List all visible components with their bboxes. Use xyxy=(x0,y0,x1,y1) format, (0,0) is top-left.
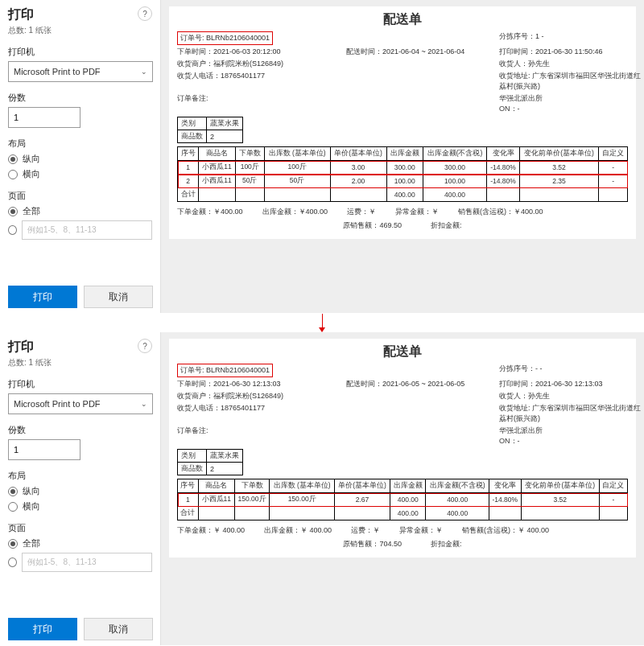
col-header: 出库金额(不含税) xyxy=(423,147,486,161)
preview-area: 配送单 订单号: BLRNb2106040001 分拣序号：- - 下单时间：2… xyxy=(161,332,644,645)
arrow-annotation xyxy=(0,314,644,332)
col-header: 变化率 xyxy=(487,147,520,161)
help-icon[interactable]: ? xyxy=(138,339,152,353)
cancel-button[interactable]: 取消 xyxy=(84,618,153,640)
delivery-table: 序号商品名下单数出库数 (基本单位)单价(基本单位)出库金额出库金额(不含税)变… xyxy=(177,479,628,521)
copies-label: 份数 xyxy=(8,424,152,436)
document-sheet: 配送单 订单号: BLRNb2106040001 分拣序号：- - 下单时间：2… xyxy=(169,339,636,558)
sidebar: 打印 总数: 1 纸张 ? 打印机 Microsoft Print to PDF… xyxy=(0,332,161,645)
col-header: 出库金额 xyxy=(386,147,423,161)
printer-select[interactable]: Microsoft Print to PDF ⌄ xyxy=(8,393,153,414)
copies-input[interactable] xyxy=(8,439,80,460)
radio-icon xyxy=(8,207,18,216)
col-header: 出库数 (基本单位) xyxy=(264,147,330,161)
col-header: 出库数 (基本单位) xyxy=(270,479,335,493)
radio-icon xyxy=(8,539,18,549)
order-no-highlight: 订单号: BLRNb2106040001 xyxy=(177,31,273,45)
radio-icon xyxy=(8,502,18,512)
layout-label: 布局 xyxy=(8,138,152,150)
table-row: 2小西瓜1150斤50斤2.00100.00100.00-14.80%2.35- xyxy=(178,175,628,188)
col-header: 序号 xyxy=(178,479,199,493)
pages-custom[interactable]: 例如1-5、8、11-13 xyxy=(8,553,152,572)
doc-title: 配送单 xyxy=(177,11,628,28)
layout-portrait[interactable]: 纵向 xyxy=(8,485,152,497)
layout-portrait[interactable]: 纵向 xyxy=(8,153,152,165)
print-dialog-1: 打印 总数: 1 纸张 ? 打印机 Microsoft Print to PDF… xyxy=(0,0,644,314)
col-header: 出库金额 xyxy=(390,479,426,493)
pages-label: 页面 xyxy=(8,522,152,534)
copies-input[interactable] xyxy=(8,107,80,128)
radio-icon xyxy=(8,225,17,235)
radio-icon xyxy=(8,154,18,164)
layout-landscape[interactable]: 横向 xyxy=(8,168,152,180)
pages-range-input[interactable]: 例如1-5、8、11-13 xyxy=(22,220,152,240)
print-dialog-2: 打印 总数: 1 纸张 ? 打印机 Microsoft Print to PDF… xyxy=(0,332,644,646)
chevron-down-icon: ⌄ xyxy=(141,68,147,76)
col-header: 出库金额(不含税) xyxy=(426,479,489,493)
printer-select[interactable]: Microsoft Print to PDF ⌄ xyxy=(8,61,153,82)
pages-custom[interactable]: 例如1-5、8、11-13 xyxy=(8,220,152,240)
layout-label: 布局 xyxy=(8,470,152,482)
pages-all[interactable]: 全部 xyxy=(8,537,152,549)
help-icon[interactable]: ? xyxy=(138,6,152,21)
pages-range-input[interactable]: 例如1-5、8、11-13 xyxy=(22,553,152,572)
doc-title: 配送单 xyxy=(177,344,628,360)
printer-label: 打印机 xyxy=(8,46,152,58)
copies-label: 份数 xyxy=(8,92,152,104)
col-header: 变化前单价(基本单位) xyxy=(521,479,599,493)
cancel-button[interactable]: 取消 xyxy=(84,286,153,308)
document-sheet: 配送单 订单号: BLRNb2106040001 分拣序号：1 - 下单时间：2… xyxy=(169,6,636,239)
col-header: 商品名 xyxy=(198,479,234,493)
col-header: 单价(基本单位) xyxy=(335,479,390,493)
total-label: 总数: 1 纸张 xyxy=(8,25,52,36)
table-row: 1小西瓜11100斤100斤3.00300.00300.00-14.80%3.5… xyxy=(178,161,628,175)
table-row: 1小西瓜11150.00斤150.00斤2.67400.00400.00-14.… xyxy=(178,493,628,507)
printer-value: Microsoft Print to PDF xyxy=(14,67,101,76)
delivery-table: 序号商品名下单数出库数 (基本单位)单价(基本单位)出库金额出库金额(不含税)变… xyxy=(177,146,628,202)
page-title: 打印 xyxy=(8,6,52,23)
pages-label: 页面 xyxy=(8,190,152,202)
radio-icon xyxy=(8,170,18,179)
pages-all[interactable]: 全部 xyxy=(8,205,152,217)
col-header: 单价(基本单位) xyxy=(330,147,386,161)
total-label: 总数: 1 纸张 xyxy=(8,357,52,368)
layout-landscape[interactable]: 横向 xyxy=(8,500,152,512)
col-header: 变化前单价(基本单位) xyxy=(519,147,598,161)
col-header: 序号 xyxy=(178,147,199,161)
printer-label: 打印机 xyxy=(8,378,152,390)
sidebar: 打印 总数: 1 纸张 ? 打印机 Microsoft Print to PDF… xyxy=(0,0,161,313)
total-row: 合计400.00400.00 xyxy=(178,188,628,202)
radio-icon xyxy=(8,558,17,567)
printer-value: Microsoft Print to PDF xyxy=(14,399,101,409)
category-table: 类别蔬菜水果 商品数2 xyxy=(177,449,243,475)
page-title: 打印 xyxy=(8,339,52,356)
chevron-down-icon: ⌄ xyxy=(141,400,147,408)
col-header: 商品名 xyxy=(199,147,236,161)
order-no-highlight: 订单号: BLRNb2106040001 xyxy=(177,364,273,377)
col-header: 自定义 xyxy=(599,147,628,161)
print-button[interactable]: 打印 xyxy=(8,618,77,640)
col-header: 下单数 xyxy=(234,479,269,493)
col-header: 下单数 xyxy=(235,147,264,161)
preview-area: 配送单 订单号: BLRNb2106040001 分拣序号：1 - 下单时间：2… xyxy=(161,0,644,313)
col-header: 变化率 xyxy=(489,479,521,493)
radio-icon xyxy=(8,487,18,496)
print-button[interactable]: 打印 xyxy=(8,286,77,308)
category-table: 类别蔬菜水果 商品数2 xyxy=(177,117,243,143)
total-row: 合计400.00400.00 xyxy=(178,507,628,521)
col-header: 自定义 xyxy=(599,479,627,493)
